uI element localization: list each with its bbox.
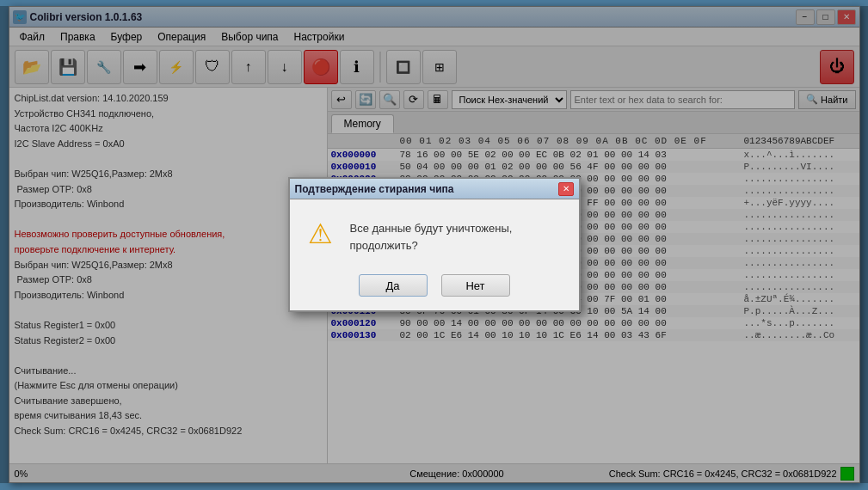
confirm-no-button[interactable]: Нет — [441, 274, 510, 297]
modal-close-button[interactable]: ✕ — [558, 182, 574, 196]
confirm-yes-button[interactable]: Да — [359, 274, 428, 297]
modal-title-bar: Подтверждение стирания чипа ✕ — [290, 179, 579, 199]
modal-buttons: Да Нет — [290, 267, 579, 310]
confirm-dialog: Подтверждение стирания чипа ✕ ⚠ Все данн… — [288, 177, 581, 312]
modal-overlay: Подтверждение стирания чипа ✕ ⚠ Все данн… — [0, 6, 868, 483]
modal-title: Подтверждение стирания чипа — [295, 183, 454, 195]
warning-icon: ⚠ — [304, 217, 338, 251]
modal-message: Все данные будут уничтожены, продолжить? — [350, 217, 565, 254]
modal-body: ⚠ Все данные будут уничтожены, продолжит… — [290, 199, 579, 267]
